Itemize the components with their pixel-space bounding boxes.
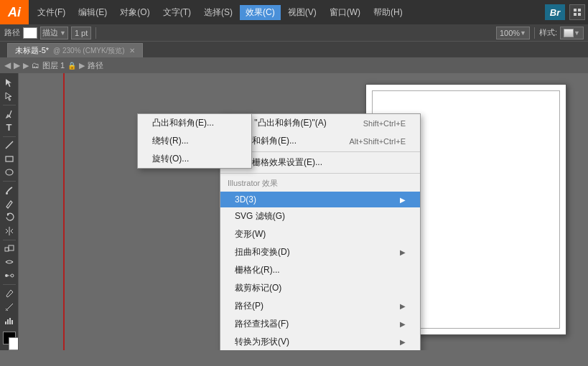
bg-color-box[interactable] <box>9 337 19 350</box>
tool-rect[interactable] <box>1 152 17 165</box>
tool-sep-1 <box>3 105 16 105</box>
zoom-field[interactable]: 100% ▼ <box>496 27 530 39</box>
effects-raster-item[interactable]: 栅格化(R)... <box>220 261 420 279</box>
toolbar-sep-2 <box>534 27 535 39</box>
breadcrumb-sep-1: ▶ <box>23 61 29 70</box>
svg-rect-0 <box>574 9 577 11</box>
menu-help[interactable]: 帮助(H) <box>368 5 409 20</box>
toolbar-sep-1 <box>95 27 96 39</box>
effects-path-label: 路径(P) <box>235 300 263 312</box>
bevel-sub-item-3[interactable]: 旋转(O)... <box>138 150 251 168</box>
menu-object[interactable]: 对象(O) <box>114 5 155 20</box>
menu-view[interactable]: 视图(V) <box>282 5 322 20</box>
stroke-value: 1 pt <box>75 29 88 37</box>
effects-convert-label: 转换为形状(V) <box>235 336 289 348</box>
svg-rect-1 <box>578 9 581 11</box>
workspace-switcher[interactable] <box>569 4 585 20</box>
path-label: 路径 <box>4 27 20 38</box>
effects-apply-shortcut: Shift+Ctrl+E <box>363 119 406 128</box>
effects-svg-item[interactable]: SVG 滤镜(G) <box>220 207 420 225</box>
menu-window[interactable]: 窗口(W) <box>324 5 366 20</box>
breadcrumb-sep-2: ▶ <box>79 61 85 70</box>
title-bar: Ai 文件(F) 编辑(E) 对象(O) 文字(T) 选择(S) 效果(C) 视… <box>0 0 588 24</box>
effects-crop-label: 裁剪标记(O) <box>235 282 281 294</box>
tool-type[interactable]: T <box>1 121 17 134</box>
tool-rotate[interactable] <box>1 211 17 224</box>
tool-brush[interactable] <box>1 184 17 197</box>
tool-sep-4 <box>3 240 16 240</box>
toolbar: 路径 描边 ▼ 1 pt 100% ▼ 样式: ▼ <box>0 24 588 42</box>
bevel-sub-item-2[interactable]: 绕转(R)... <box>138 132 251 150</box>
document-tab[interactable]: 未标题-5* @ 230% (CMYK/预览) ✕ <box>7 43 143 57</box>
svg-point-12 <box>5 274 8 277</box>
tool-graph[interactable] <box>1 314 17 327</box>
menu-effect[interactable]: 效果(C) <box>240 5 281 20</box>
tool-eyedropper[interactable] <box>1 287 17 300</box>
svg-rect-3 <box>578 13 581 16</box>
menu-select[interactable]: 选择(S) <box>198 5 238 20</box>
tool-reflect[interactable] <box>1 225 17 238</box>
breadcrumb-bar: ◀ ▶ ▶ 🗂 图层 1 🔒 ▶ 路径 <box>0 57 588 73</box>
tool-ellipse[interactable] <box>1 166 17 179</box>
canvas-area: 应用 "凸出和斜角(E)"(A) Shift+Ctrl+E 凸出和斜角(E)..… <box>19 73 588 350</box>
color-boxes <box>0 329 19 347</box>
effects-distort-label: 变形(W) <box>235 228 266 240</box>
tool-select[interactable] <box>1 76 17 89</box>
style-picker[interactable]: ▼ <box>560 27 584 39</box>
effects-pathfinder-item[interactable]: 路径查找器(F) ▶ <box>220 315 420 333</box>
breadcrumb-forward-btn[interactable]: ▶ <box>14 60 20 70</box>
stroke-dropdown-arrow: ▼ <box>60 29 66 37</box>
tool-direct-select[interactable] <box>1 90 17 103</box>
effects-3d-arrow: ▶ <box>400 196 406 204</box>
menu-type[interactable]: 文字(T) <box>157 5 197 20</box>
tab-close-btn[interactable]: ✕ <box>129 47 135 55</box>
tool-blend[interactable] <box>1 269 17 282</box>
menu-edit[interactable]: 编辑(E) <box>73 5 113 20</box>
effects-pathfinder-arrow: ▶ <box>400 320 406 328</box>
bleed-line-left <box>63 73 65 350</box>
svg-rect-17 <box>5 322 6 324</box>
toolbox: T <box>0 73 19 350</box>
stroke-dropdown[interactable]: 描边 ▼ <box>40 27 68 39</box>
effects-warp-arrow: ▶ <box>400 248 406 256</box>
effects-3d-item[interactable]: 3D(3) ▶ <box>220 192 420 207</box>
svg-rect-5 <box>6 156 13 161</box>
svg-rect-19 <box>9 318 11 324</box>
ai-logo: Ai <box>0 0 29 24</box>
illustrator-section-header: Illustrator 效果 <box>220 175 420 192</box>
svg-point-13 <box>11 274 14 277</box>
main-area: T <box>0 73 588 350</box>
tool-width[interactable] <box>1 256 17 269</box>
effects-warp-label: 扭曲和变换(D) <box>235 246 290 258</box>
effects-divider-2 <box>220 173 420 174</box>
bevel-sub-item-1[interactable]: 凸出和斜角(E)... <box>138 114 251 132</box>
tool-scale[interactable] <box>1 243 17 255</box>
zoom-dropdown-arrow: ▼ <box>520 29 526 37</box>
tool-measure[interactable] <box>1 301 17 314</box>
tool-line[interactable] <box>1 139 17 151</box>
breadcrumb-item: 路径 <box>88 60 103 71</box>
breadcrumb-layer: 图层 1 <box>42 60 65 71</box>
tool-pen[interactable] <box>1 108 17 121</box>
stroke-weight-field[interactable]: 1 pt <box>71 27 91 39</box>
breadcrumb-layer-lock: 🔒 <box>67 62 76 70</box>
layer-icon: 🗂 <box>32 61 39 70</box>
effects-path-item[interactable]: 路径(P) ▶ <box>220 297 420 315</box>
svg-point-7 <box>6 192 8 194</box>
tab-mode: @ 230% (CMYK/预览) <box>53 46 125 56</box>
stroke-label: 描边 <box>42 27 58 38</box>
effects-bevel-shortcut: Alt+Shift+Ctrl+E <box>349 137 406 146</box>
bevel-submenu: 凸出和斜角(E)... 绕转(R)... 旋转(O)... <box>137 113 252 169</box>
fill-swatch[interactable] <box>23 27 37 39</box>
effects-warp-item[interactable]: 扭曲和变换(D) ▶ <box>220 243 420 261</box>
tab-bar: 未标题-5* @ 230% (CMYK/预览) ✕ <box>0 42 588 57</box>
tool-pencil[interactable] <box>1 197 17 210</box>
effects-convert-arrow: ▶ <box>400 338 406 346</box>
svg-rect-10 <box>5 248 9 251</box>
effects-crop-item[interactable]: 裁剪标记(O) <box>220 279 420 297</box>
tab-title: 未标题-5* <box>15 45 49 56</box>
breadcrumb-back-btn[interactable]: ◀ <box>4 60 11 70</box>
effects-convert-item[interactable]: 转换为形状(V) ▶ <box>220 333 420 350</box>
effects-distort-item[interactable]: 变形(W) <box>220 225 420 243</box>
menu-file[interactable]: 文件(F) <box>32 5 71 20</box>
